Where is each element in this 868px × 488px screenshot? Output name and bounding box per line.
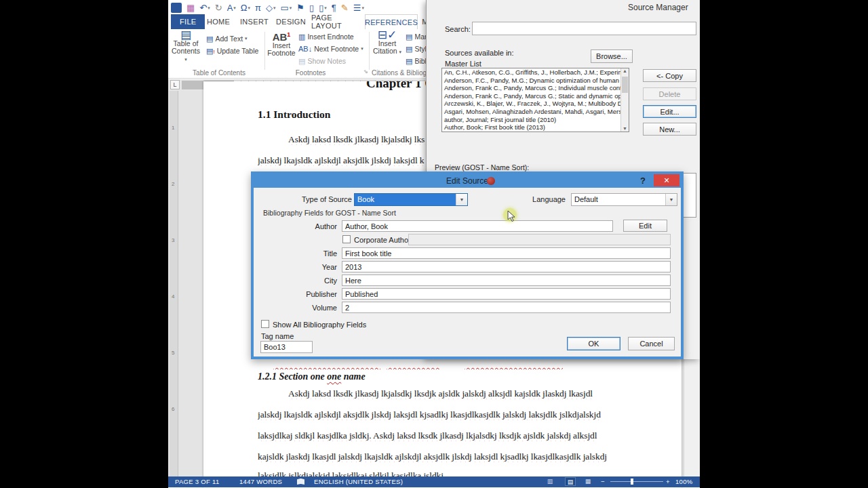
next-footnote-button[interactable]: AB↓ Next Footnote▾ [298, 43, 363, 54]
paragraph-icon[interactable]: ¶ [332, 3, 336, 13]
proofing-icon[interactable] [297, 479, 304, 485]
chevron-down-icon[interactable]: ▼ [456, 194, 467, 205]
paragraph-line: jalskdj lkajsldk ajlskdjl aksjdlk jlskdj… [258, 409, 601, 420]
redo-icon[interactable]: ↻ [215, 3, 222, 13]
edit-source-button[interactable]: Edit... [643, 105, 696, 118]
read-mode-icon[interactable]: ▥ [545, 477, 555, 486]
tag-name-field[interactable] [260, 341, 313, 353]
year-field[interactable] [342, 261, 671, 272]
zoom-in-button[interactable]: + [666, 478, 670, 485]
print-layout-icon[interactable]: ▤ [565, 477, 576, 486]
insert-citation-button[interactable]: ⊟✓ Insert Citation ▾ [372, 31, 403, 56]
author-field[interactable] [342, 220, 613, 232]
browse-button[interactable]: Browse... [591, 49, 633, 63]
list-scrollbar[interactable]: ▲▼ [620, 68, 629, 131]
show-all-fields-label: Show All Bibliography Fields [273, 321, 366, 329]
manage-sources-icon: ▤ [406, 33, 412, 41]
cancel-button[interactable]: Cancel [628, 337, 675, 350]
show-notes-button[interactable]: ▤ Show Notes [298, 56, 346, 66]
source-list-item[interactable]: Anderson, Frank C., Pandy, Marcus G.; St… [442, 92, 629, 100]
publisher-field[interactable] [342, 288, 671, 300]
close-icon[interactable]: ✕ [654, 174, 679, 186]
show-all-fields-checkbox[interactable] [261, 320, 269, 328]
vertical-ruler[interactable]: 1 2 3 4 5 6 [170, 91, 178, 476]
source-list-item[interactable]: Anderson, Frank C., Pandy, Marcus G.; In… [442, 84, 629, 92]
zoom-slider-thumb[interactable] [631, 479, 633, 485]
edit-source-title: Edit Source [254, 176, 681, 186]
edit-source-titlebar[interactable]: Edit Source ? ✕ [254, 174, 681, 188]
tab-insert[interactable]: INSERT [240, 14, 269, 29]
symbol-icon[interactable]: Ω▾ [241, 3, 250, 13]
tab-stop-selector[interactable]: L [170, 80, 180, 89]
web-layout-icon[interactable]: ▦ [583, 477, 593, 486]
volume-field[interactable] [342, 302, 671, 313]
city-label: City [281, 277, 337, 285]
edit-author-button[interactable]: Edit [623, 220, 667, 232]
toc-group-label: Table of Contents [182, 69, 256, 77]
source-list-item[interactable]: Asgari, Mohsen, Alinaghizadeh Ardestani,… [442, 108, 629, 116]
city-field[interactable] [342, 274, 671, 286]
language-combo[interactable]: Default▼ [571, 193, 677, 206]
insert-footnote-button[interactable]: AB1 Insert Footnote [267, 31, 296, 57]
footnotes-group-label: Footnotes [280, 69, 341, 77]
paragraph-line: Askdj laksd lksdk jlkasdj lkjalsdkj lks [288, 134, 425, 144]
copy-button[interactable]: <- Copy [643, 69, 696, 82]
pen-icon[interactable]: ✎ [341, 3, 349, 13]
flag-icon[interactable]: ⚑ [296, 3, 304, 13]
title-field[interactable] [342, 247, 671, 259]
tag-name-label: Tag name [261, 332, 294, 340]
help-icon[interactable]: ? [640, 176, 646, 186]
zoom-level[interactable]: 100% [675, 478, 693, 485]
table-of-contents-button[interactable]: ▤ Table of Contents ▾ [170, 31, 202, 63]
zoom-slider[interactable] [610, 481, 663, 482]
document-check-icon[interactable]: ▯▾ [319, 3, 327, 13]
video-frame: W ▦ ↶▾ ↻ A▾ Ω▾ π ◇▾ ▭▾ ⚑ ▯ ▯▾ ¶ ✎ ☰▾ FIL… [0, 0, 868, 488]
delete-button[interactable]: Delete [643, 87, 696, 100]
source-list-item[interactable]: An, C.H., Atkeson, C.G., Griffiths, J., … [442, 68, 629, 77]
language-indicator[interactable]: ENGLISH (UNITED STATES) [314, 478, 403, 485]
title-label: Title [281, 249, 337, 258]
source-list-item[interactable]: Author, Book; First book title (2013) [442, 123, 629, 131]
textbox-icon[interactable]: ▭▾ [281, 3, 292, 13]
shape-icon[interactable]: ◇▾ [266, 3, 276, 13]
page-indicator[interactable]: PAGE 3 OF 11 [175, 478, 220, 485]
equation-icon[interactable]: π [255, 3, 261, 13]
tab-references[interactable]: REFERENCES [365, 14, 418, 29]
word-count[interactable]: 1447 WORDS [239, 478, 282, 485]
tab-home[interactable]: HOME [205, 14, 231, 29]
bibliography-fields-heading: Bibliography Fields for GOST - Name Sort [263, 209, 396, 217]
document-icon[interactable]: ▯ [309, 3, 314, 13]
footnotes-dialog-launcher[interactable]: ⇘ [363, 68, 368, 75]
search-input[interactable] [472, 22, 696, 35]
source-list-item[interactable]: Anderson, F.C., Pandy, M.G.; Dynamic opt… [442, 77, 629, 85]
type-of-source-combo[interactable]: Book▼ [354, 193, 468, 206]
zoom-out-button[interactable]: − [601, 478, 605, 485]
preview-label: Preview (GOST - Name Sort): [435, 163, 529, 171]
tab-page-layout[interactable]: PAGE LAYOUT [311, 14, 361, 29]
insert-endnote-button[interactable]: ▥ Insert Endnote [298, 31, 354, 42]
tab-design[interactable]: DESIGN [276, 14, 306, 29]
update-table-icon: ▤! [206, 47, 215, 56]
list-icon[interactable]: ☰▾ [353, 3, 364, 13]
master-list-box[interactable]: An, C.H., Atkeson, C.G., Griffiths, J., … [441, 68, 629, 132]
mouse-cursor [507, 210, 517, 225]
type-of-source-label: Type of Source [291, 195, 352, 203]
update-table-button[interactable]: ▤! Update Table [206, 45, 258, 56]
next-footnote-icon: AB↓ [298, 45, 312, 53]
new-source-button[interactable]: New... [643, 123, 696, 136]
source-list-item[interactable]: author, Journal; First journal title (20… [442, 116, 629, 124]
undo-icon[interactable]: ↶▾ [199, 3, 210, 13]
bibliography-icon: ▤ [406, 57, 412, 66]
edit-source-dialog: Edit Source ? ✕ Type of Source Book▼ Lan… [251, 171, 684, 359]
ok-button[interactable]: OK [567, 337, 620, 350]
add-text-button[interactable]: ▤ Add Text▾ [206, 33, 248, 44]
paragraph-line: kajsldk jlaskdj lkasjdl jalskdj lkajsldk… [258, 451, 607, 462]
search-label: Search: [445, 25, 471, 33]
source-list-item[interactable]: Arczewski, K., Blajer, W., Fraczek, J., … [442, 100, 629, 108]
font-style-icon[interactable]: A▾ [227, 3, 236, 13]
save-icon[interactable]: ▦ [186, 3, 195, 13]
year-label: Year [281, 263, 337, 271]
chevron-down-icon[interactable]: ▼ [665, 194, 677, 205]
tab-file[interactable]: FILE [171, 14, 205, 29]
corporate-author-checkbox[interactable] [342, 235, 351, 243]
